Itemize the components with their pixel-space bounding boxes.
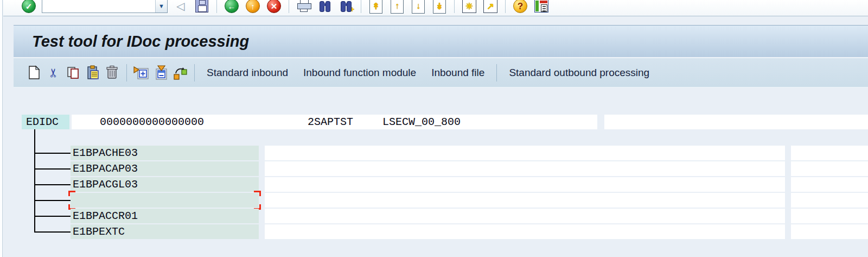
enter-check-icon: ✓: [22, 0, 36, 13]
system-toolbar: ✓ ▼ ◁ ← ↑ ✕: [3, 0, 868, 16]
segment-name-cell-selected[interactable]: E1BPACCR01: [71, 193, 259, 208]
toolbar-separator: [505, 0, 506, 13]
segment-data-field-2[interactable]: [791, 193, 868, 208]
find-button[interactable]: [317, 0, 333, 15]
standard-outbound-processing-button[interactable]: Standard outbound processing: [501, 67, 657, 79]
collapse-node-button[interactable]: [151, 64, 170, 82]
segment-data-field-2[interactable]: [791, 209, 868, 223]
chevron-left-icon: ◁: [176, 0, 184, 12]
command-field-box: ▼: [42, 0, 168, 13]
segment-data-field-2[interactable]: [791, 224, 868, 239]
clipboard-paste-icon: [86, 65, 100, 80]
cancel-button[interactable]: ✕: [266, 0, 282, 15]
segment-name-cell[interactable]: E1BPACHE03: [71, 146, 259, 160]
segment-name-cell[interactable]: E1BPACCR01: [71, 209, 259, 223]
toolbar-separator: [496, 64, 497, 82]
command-field[interactable]: [42, 0, 155, 12]
printer-icon: [297, 0, 311, 12]
segment-name-cell[interactable]: E1BPEXTC: [71, 224, 259, 239]
segment-name-cell[interactable]: E1BPACGL03: [71, 177, 259, 192]
copy-button[interactable]: [63, 64, 83, 82]
page-title: Test tool for IDoc processing: [14, 33, 249, 51]
new-session-star-icon: ✳: [462, 0, 476, 13]
generate-shortcut-button[interactable]: ↗: [482, 0, 499, 15]
page-up-icon: ↑: [391, 0, 404, 14]
customize-list-page: [541, 4, 547, 12]
segment-name: E1BPEXTC: [73, 225, 125, 238]
toolbar-separator: [361, 0, 361, 13]
first-page-button[interactable]: ↟: [368, 0, 384, 15]
toolbar-separator: [454, 0, 455, 13]
new-document-icon: [27, 65, 41, 80]
plus-icon: +: [350, 5, 354, 14]
collapse-command-field-button[interactable]: ◁: [173, 0, 189, 15]
last-page-button[interactable]: ↡: [431, 0, 448, 15]
delete-button[interactable]: [103, 64, 122, 82]
toolbar-separator: [289, 0, 289, 13]
standard-inbound-button[interactable]: Standard inbound: [199, 67, 296, 79]
tree-branch-line: [34, 200, 71, 201]
cancel-x-icon: ✕: [267, 0, 281, 13]
toolbar-separator: [126, 64, 127, 82]
cut-button[interactable]: ✂: [44, 64, 63, 82]
save-button[interactable]: [194, 0, 210, 15]
toolbar-separator: [216, 0, 217, 13]
chevron-down-icon: ▼: [158, 3, 164, 9]
paste-button[interactable]: [83, 64, 103, 82]
tree-branch-line: [34, 216, 71, 217]
customize-layout-button[interactable]: [533, 0, 550, 15]
floppy-disk-icon: [195, 0, 208, 12]
help-button[interactable]: ?: [512, 0, 528, 15]
idoc-number-value: 0000000000000000: [100, 115, 204, 129]
expand-node-button[interactable]: [131, 64, 151, 82]
help-question-icon: ?: [513, 0, 527, 13]
print-button[interactable]: [296, 0, 312, 15]
binoculars-plus-icon: +: [340, 0, 353, 12]
segment-data-field[interactable]: [265, 224, 785, 239]
enter-button[interactable]: ✓: [21, 0, 37, 15]
shortcut-arrow-icon: ↗: [483, 0, 497, 13]
page-up-button[interactable]: ↑: [389, 0, 405, 15]
segment-assign-icon: [173, 65, 188, 80]
tree-branch-line: [34, 153, 71, 154]
binoculars-icon: [318, 0, 331, 12]
toolbar-separator: [194, 64, 195, 82]
command-dropdown-button[interactable]: ▼: [155, 0, 167, 12]
exit-button[interactable]: ↑: [245, 0, 261, 15]
segment-data-field[interactable]: [265, 177, 785, 192]
sap-gui-window: ✓ ▼ ◁ ← ↑ ✕: [0, 0, 868, 257]
window-left-border: [0, 0, 3, 257]
segment-data-field-2[interactable]: [791, 146, 868, 160]
control-record-segment-cell[interactable]: EDIDC: [22, 115, 69, 129]
page-down-button[interactable]: ↓: [410, 0, 426, 15]
control-record-value-3: LSECW_00_800: [382, 115, 461, 129]
scissors-icon: ✂: [47, 67, 61, 77]
segment-name-cell[interactable]: E1BPACAP03: [71, 161, 259, 176]
segment-name: E1BPACAP03: [73, 162, 138, 175]
segment-name: E1BPACGL03: [73, 178, 138, 191]
change-segment-button[interactable]: [170, 64, 190, 82]
tree-branch-line: [34, 168, 71, 170]
customize-red-bar: [540, 1, 547, 3]
control-record-data-field[interactable]: 0000000000000000 2SAPTST LSECW_00_800: [72, 115, 597, 129]
segment-data-field[interactable]: [265, 193, 785, 208]
new-session-button[interactable]: ✳: [461, 0, 477, 15]
inbound-file-button[interactable]: Inbound file: [424, 67, 492, 79]
expand-node-icon: [133, 65, 149, 80]
segment-data-field[interactable]: [265, 209, 785, 223]
segment-data-field-2[interactable]: [791, 177, 868, 192]
segment-data-field-2[interactable]: [791, 161, 868, 176]
find-next-button[interactable]: +: [338, 0, 354, 15]
printer-tray: [300, 8, 308, 12]
tree-branch-line: [34, 231, 71, 233]
inbound-function-module-button[interactable]: Inbound function module: [296, 67, 424, 79]
segment-data-field[interactable]: [265, 146, 785, 160]
back-button[interactable]: ←: [224, 0, 240, 15]
create-button[interactable]: [24, 64, 44, 82]
title-bar: Test tool for IDoc processing: [14, 25, 868, 57]
segment-data-field[interactable]: [265, 161, 785, 176]
system-toolbar-inner: ✓ ▼ ◁ ← ↑ ✕: [3, 0, 868, 16]
back-arrow-icon: ←: [225, 0, 239, 13]
control-record-data-field-2[interactable]: [604, 115, 868, 129]
binoculars-bridge: [344, 3, 348, 6]
